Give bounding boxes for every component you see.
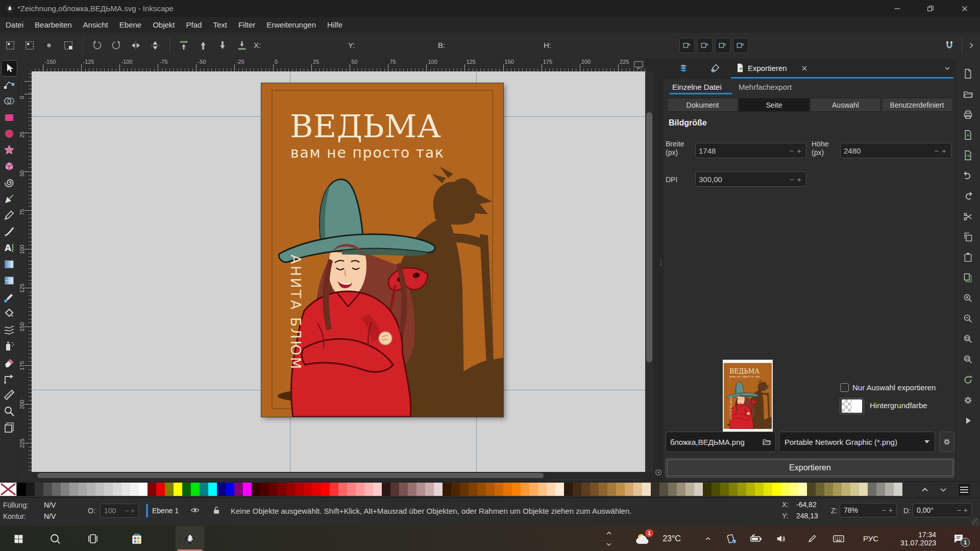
layer-label[interactable]: Ebene 1 (152, 507, 179, 515)
swatch-74[interactable] (651, 483, 659, 496)
scope-benutzerdefiniert[interactable]: Benutzerdefiniert (881, 98, 952, 112)
palette-menu-icon[interactable] (959, 484, 970, 495)
rotate-ccw-button[interactable] (90, 38, 104, 53)
swatch-80[interactable] (703, 483, 712, 496)
print-button[interactable] (961, 107, 976, 122)
swatch-62[interactable] (547, 483, 555, 496)
dock-menu-chevron-icon[interactable] (943, 64, 951, 72)
swatch-88[interactable] (772, 483, 781, 496)
tab-single-file[interactable]: Einzelne Datei (672, 83, 722, 91)
palette-scroll-down-icon[interactable] (938, 485, 948, 495)
connector-tool[interactable] (2, 371, 17, 386)
dropper-tool[interactable] (2, 289, 17, 305)
weather-button[interactable]: 1 (631, 526, 654, 551)
swatch-87[interactable] (764, 483, 772, 496)
swatch-70[interactable] (616, 483, 625, 496)
swatch-72[interactable] (633, 483, 642, 496)
swatch-99[interactable] (868, 483, 876, 496)
new-document-button[interactable] (961, 66, 976, 81)
swatch-4[interactable] (43, 483, 52, 496)
scope-dokument[interactable]: Dokument (667, 98, 738, 112)
preferences-button[interactable] (961, 392, 976, 408)
swatch-102[interactable] (894, 483, 902, 496)
rotation-lock-tray-icon[interactable] (724, 526, 739, 551)
canvas[interactable] (32, 71, 645, 472)
pages-tool[interactable] (2, 420, 17, 435)
pencil-tool[interactable] (2, 208, 17, 223)
volume-tray-icon[interactable] (773, 526, 789, 551)
box3d-tool[interactable] (2, 159, 17, 174)
vertical-scrollbar-thumb[interactable] (646, 112, 652, 362)
inkscape-taskbar-button[interactable] (176, 526, 204, 551)
transform-pattern-toggle[interactable] (733, 38, 748, 53)
swatch-45[interactable] (399, 483, 408, 496)
swatch-23[interactable] (208, 483, 217, 496)
notification-center-button[interactable]: 1 (946, 526, 971, 551)
menu-ebene[interactable]: Ebene (114, 17, 147, 33)
swatch-38[interactable] (338, 483, 347, 496)
swatch-53[interactable] (469, 483, 477, 496)
eraser-tool[interactable] (2, 355, 17, 370)
pen-tool[interactable] (2, 191, 17, 207)
dock-tab-close-icon[interactable] (800, 64, 808, 72)
maximize-button[interactable] (916, 0, 945, 17)
swatch-44[interactable] (390, 483, 399, 496)
swatch-15[interactable] (139, 483, 148, 496)
swatch-6[interactable] (61, 483, 69, 496)
swatch-20[interactable] (182, 483, 191, 496)
swatch-7[interactable] (69, 483, 78, 496)
tab-multi-export[interactable]: Mehrfachexport (739, 83, 792, 91)
swatch-66[interactable] (581, 483, 590, 496)
swatch-18[interactable] (165, 483, 174, 496)
swatch-32[interactable] (286, 483, 295, 496)
cut-button[interactable] (961, 209, 976, 224)
rectangle-tool[interactable] (2, 110, 17, 125)
zoom-in-button[interactable] (961, 290, 976, 306)
layer-lock-icon[interactable] (211, 505, 222, 515)
zoom-page-button[interactable] (961, 331, 976, 346)
swatch-34[interactable] (304, 483, 312, 496)
ellipse-tool[interactable] (2, 126, 17, 141)
background-color-button[interactable] (838, 396, 866, 416)
spray-tool[interactable] (2, 338, 17, 354)
copy-button[interactable] (961, 229, 976, 244)
swatch-40[interactable] (356, 483, 364, 496)
swatch-30[interactable] (269, 483, 278, 496)
format-dropdown[interactable]: Portable Network Graphic (*.png) (779, 432, 935, 452)
menu-text[interactable]: Text (207, 17, 233, 33)
battery-tray-icon[interactable] (747, 526, 765, 551)
layer-visibility-icon[interactable] (190, 505, 200, 515)
zoom-drawing-button[interactable] (961, 352, 976, 367)
choose-file-icon[interactable] (762, 437, 771, 446)
menu-bearbeiten[interactable]: Bearbeiten (29, 17, 78, 33)
swatch-76[interactable] (668, 483, 677, 496)
zoom-input[interactable]: 78% −+ (840, 503, 897, 517)
menu-objekt[interactable]: Objekt (147, 17, 180, 33)
swatch-67[interactable] (590, 483, 599, 496)
swatch-19[interactable] (174, 483, 182, 496)
swatch-35[interactable] (312, 483, 321, 496)
duplicate-button[interactable] (961, 270, 976, 285)
swatch-8[interactable] (78, 483, 87, 496)
close-button[interactable] (950, 0, 979, 17)
star-tool[interactable] (2, 142, 17, 158)
swatch-69[interactable] (607, 483, 616, 496)
transform-stroke-toggle[interactable] (680, 38, 694, 53)
swatch-59[interactable] (521, 483, 529, 496)
raise-button[interactable] (196, 38, 210, 53)
scope-auswahl[interactable]: Auswahl (810, 98, 881, 112)
dock-tab-label[interactable]: Exportieren (748, 64, 787, 72)
menu-filter[interactable]: Filter (233, 17, 261, 33)
menu-hilfe[interactable]: Hilfe (322, 17, 348, 33)
swatch-29[interactable] (260, 483, 269, 496)
swatch-51[interactable] (451, 483, 460, 496)
swatch-97[interactable] (850, 483, 859, 496)
swatch-73[interactable] (642, 483, 651, 496)
swatch-78[interactable] (685, 483, 694, 496)
swatch-90[interactable] (790, 483, 798, 496)
swatch-21[interactable] (191, 483, 200, 496)
deselect-button[interactable] (42, 38, 56, 53)
swatch-none[interactable] (0, 483, 16, 496)
vertical-scrollbar[interactable] (645, 71, 653, 472)
filename-input[interactable]: бложка,ВЕДЬМА.png (666, 432, 776, 452)
